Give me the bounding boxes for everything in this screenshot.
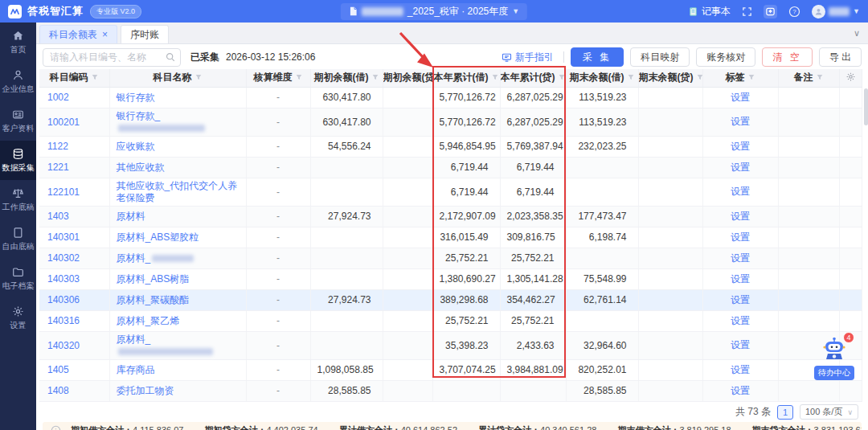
table-row[interactable]: 140306 原材料_聚碳酸酯 - 27,924.73 389,298.68 3… [39,289,862,310]
account-name-link[interactable]: 委托加工物资 [117,385,174,396]
tabbar-collapse-icon[interactable]: ∨ [854,28,860,39]
account-name-link[interactable]: 应收账款 [117,141,155,152]
tab-journal[interactable]: 序时账 [121,25,169,43]
tag-set-link[interactable]: 设置 [731,141,750,152]
account-code-link[interactable]: 140320 [47,340,80,351]
account-name-link[interactable]: 银行存款_ [117,110,161,121]
table-row[interactable]: 140303 原材料_ABS树脂 - 1,380,690.27 1,305,14… [39,268,862,289]
sidebar-item-client-data[interactable]: 客户资料 [0,101,36,141]
sidebar-item-free-papers[interactable]: 自由底稿 [0,219,36,259]
table-row[interactable]: 1403 原材料 - 27,924.73 2,172,907.09 2,023,… [39,206,862,227]
account-code-link[interactable]: 140301 [47,231,80,243]
account-code-link[interactable]: 140316 [47,315,80,326]
filter-icon[interactable] [696,73,703,81]
tag-set-link[interactable]: 设置 [731,252,750,264]
tag-set-link[interactable]: 设置 [731,116,750,127]
table-row[interactable]: 1122 应收账款 - 54,556.24 5,946,854.95 5,769… [39,136,862,157]
account-code-link[interactable]: 1408 [47,385,69,396]
fullscreen-icon[interactable] [742,6,752,17]
sidebar-item-home[interactable]: 首页 [0,23,36,62]
account-name-link[interactable]: 库存商品 [117,364,155,375]
account-code-link[interactable]: 1122 [47,141,68,152]
search-input[interactable] [43,48,181,67]
account-name-link[interactable]: 原材料_ABS树脂 [117,273,190,285]
tag-set-link[interactable]: 设置 [731,385,750,396]
account-code-link[interactable]: 140303 [47,273,80,285]
account-code-link[interactable]: 140302 [47,252,80,264]
filter-icon[interactable] [627,73,635,81]
todo-center-button[interactable]: 4 待办中心 [813,337,855,380]
account-name-link[interactable]: 原材料_聚乙烯 [117,315,180,326]
account-name-link[interactable]: 原材料 [117,211,145,222]
filter-icon[interactable] [295,73,303,81]
table-row[interactable]: 1408 委托加工物资 - 28,585.85 28,585.85 设置 [39,380,862,401]
help-icon[interactable]: ? [788,6,800,18]
collect-button[interactable]: 采 集 [571,47,624,67]
table-row[interactable]: 1002 银行存款 - 630,417.80 5,770,126.72 6,28… [39,87,862,108]
tag-set-link[interactable]: 设置 [731,92,750,103]
account-code-link[interactable]: 122101 [47,186,80,198]
filter-icon[interactable] [816,73,824,81]
account-name-link[interactable]: 原材料_ [117,334,151,345]
account-code-link[interactable]: 1403 [47,211,69,222]
tab-subject-balance[interactable]: 科目余额表 × [39,25,117,43]
account-name-link[interactable]: 其他应收款_代扣代交个人养老保险费 [117,180,238,203]
gear-icon[interactable] [845,72,856,82]
page-button-1[interactable]: 1 [777,405,793,420]
tag-set-link[interactable]: 设置 [731,339,750,350]
sidebar-item-working-papers[interactable]: 工作底稿 [0,180,36,219]
table-row[interactable]: 100201 银行存款_ - 630,417.80 5,770,126.72 6… [39,108,862,136]
ending-credit-cell [638,108,702,136]
account-code-link[interactable]: 1002 [47,92,69,103]
table-row[interactable]: 140316 原材料_聚乙烯 - 25,752.21 25,752.21 设置 [39,310,862,331]
page-size-select[interactable]: 100 条/页 ∨ [800,404,858,420]
account-name-link[interactable]: 原材料_聚碳酸酯 [117,294,190,305]
vertical-scrollbar[interactable] [864,88,868,125]
notepad-button[interactable]: 记事本 [688,5,731,18]
tag-set-link[interactable]: 设置 [731,315,750,326]
account-code-link[interactable]: 100201 [47,117,80,128]
account-check-button[interactable]: 账务核对 [696,47,755,67]
subject-mapping-button[interactable]: 科目映射 [630,47,690,67]
table-row[interactable]: 1221 其他应收款 - 6,719.44 6,719.44 设置 [39,157,862,178]
account-name-link[interactable]: 原材料_ABS塑胶粒 [117,231,199,243]
tag-set-link[interactable]: 设置 [731,186,750,197]
filter-icon[interactable] [747,73,755,81]
account-name-link[interactable]: 其他应收款 [117,162,165,173]
project-selector[interactable]: _2025_税审 · 2025年度 ▼ [341,3,527,20]
clear-button[interactable]: 清 空 [762,47,812,67]
export-window-icon[interactable] [764,5,777,18]
filter-icon[interactable] [371,73,379,81]
tag-set-link[interactable]: 设置 [731,231,750,243]
filter-icon[interactable] [558,73,566,81]
export-button[interactable]: 导 出 [819,47,862,67]
tag-set-link[interactable]: 设置 [731,211,750,222]
sidebar-item-company-info[interactable]: 企业信息 [0,62,36,101]
tag-set-link[interactable]: 设置 [731,364,750,375]
table-row[interactable]: 140320 原材料_ - 35,398.23 2,433.63 32,964.… [39,331,862,359]
sidebar-item-e-archives[interactable]: 电子档案 [0,259,36,298]
table-row[interactable]: 1405 库存商品 - 1,098,058.85 3,707,074.25 3,… [39,359,862,380]
account-code-link[interactable]: 140306 [47,294,80,305]
tag-set-link[interactable]: 设置 [731,294,750,305]
ending-debit-cell: 113,519.23 [566,108,638,136]
opening-credit-cell [383,310,432,331]
ending-credit-cell [638,268,702,289]
filter-icon[interactable] [194,73,203,81]
table-row[interactable]: 122101 其他应收款_代扣代交个人养老保险费 - 6,719.44 6,71… [39,178,862,206]
close-icon[interactable]: × [102,30,108,39]
account-name-link[interactable]: 原材料_ [117,252,151,264]
table-row[interactable]: 140302 原材料_ - 25,752.21 25,752.21 设置 [39,248,862,268]
user-menu[interactable]: ▼ [812,5,860,18]
account-code-link[interactable]: 1405 [47,364,69,375]
sidebar-item-settings[interactable]: 设置 [0,298,36,338]
filter-icon[interactable] [91,73,99,81]
tag-set-link[interactable]: 设置 [731,273,750,285]
account-name-link[interactable]: 银行存款 [117,92,155,103]
guide-button[interactable]: 新手指引 [498,47,557,67]
filter-icon[interactable] [491,73,499,81]
sidebar-item-data-collection[interactable]: 数据采集 [0,141,36,180]
account-code-link[interactable]: 1221 [47,162,69,173]
tag-set-link[interactable]: 设置 [731,162,750,173]
table-row[interactable]: 140301 原材料_ABS塑胶粒 - 316,015.49 309,816.7… [39,227,862,248]
